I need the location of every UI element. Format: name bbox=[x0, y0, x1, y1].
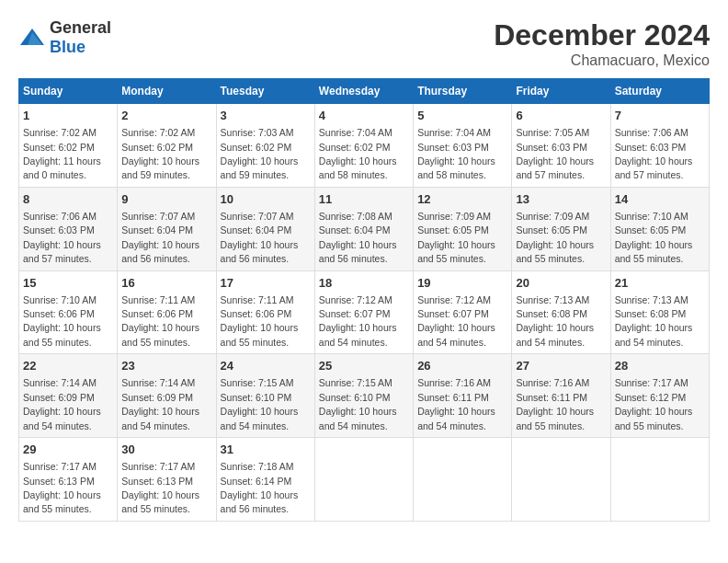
day-number: 20 bbox=[516, 275, 606, 292]
header-day-tuesday: Tuesday bbox=[216, 79, 314, 104]
logo: General Blue bbox=[18, 18, 111, 57]
day-number: 27 bbox=[516, 358, 606, 374]
header-day-thursday: Thursday bbox=[414, 79, 512, 104]
header-day-saturday: Saturday bbox=[610, 79, 709, 104]
day-info: Sunrise: 7:02 AM Sunset: 6:02 PM Dayligh… bbox=[23, 127, 101, 180]
day-info: Sunrise: 7:09 AM Sunset: 6:05 PM Dayligh… bbox=[516, 211, 594, 264]
day-info: Sunrise: 7:07 AM Sunset: 6:04 PM Dayligh… bbox=[221, 211, 299, 264]
day-info: Sunrise: 7:07 AM Sunset: 6:04 PM Dayligh… bbox=[121, 211, 199, 264]
day-cell: 1Sunrise: 7:02 AM Sunset: 6:02 PM Daylig… bbox=[19, 104, 118, 188]
calendar-title: December 2024 bbox=[494, 18, 710, 52]
week-row-5: 29Sunrise: 7:17 AM Sunset: 6:13 PM Dayli… bbox=[19, 438, 710, 522]
day-number: 10 bbox=[221, 191, 311, 208]
day-cell: 31Sunrise: 7:18 AM Sunset: 6:14 PM Dayli… bbox=[216, 438, 314, 522]
day-number: 5 bbox=[417, 108, 507, 124]
day-info: Sunrise: 7:09 AM Sunset: 6:05 PM Dayligh… bbox=[417, 211, 495, 264]
day-number: 22 bbox=[23, 358, 113, 374]
day-number: 2 bbox=[121, 108, 211, 124]
day-info: Sunrise: 7:18 AM Sunset: 6:14 PM Dayligh… bbox=[221, 461, 299, 514]
day-cell: 12Sunrise: 7:09 AM Sunset: 6:05 PM Dayli… bbox=[414, 187, 512, 270]
day-cell bbox=[414, 438, 512, 522]
day-number: 30 bbox=[121, 442, 211, 458]
day-cell: 25Sunrise: 7:15 AM Sunset: 6:10 PM Dayli… bbox=[314, 354, 413, 438]
day-cell: 16Sunrise: 7:11 AM Sunset: 6:06 PM Dayli… bbox=[118, 270, 216, 354]
day-info: Sunrise: 7:12 AM Sunset: 6:07 PM Dayligh… bbox=[319, 294, 397, 348]
day-number: 6 bbox=[516, 108, 606, 124]
day-info: Sunrise: 7:15 AM Sunset: 6:10 PM Dayligh… bbox=[221, 377, 299, 431]
calendar-subtitle: Chamacuaro, Mexico bbox=[494, 52, 710, 69]
day-cell: 5Sunrise: 7:04 AM Sunset: 6:03 PM Daylig… bbox=[414, 104, 512, 188]
day-info: Sunrise: 7:04 AM Sunset: 6:03 PM Dayligh… bbox=[417, 127, 495, 180]
day-info: Sunrise: 7:06 AM Sunset: 6:03 PM Dayligh… bbox=[615, 127, 693, 180]
day-info: Sunrise: 7:11 AM Sunset: 6:06 PM Dayligh… bbox=[121, 294, 199, 348]
day-cell: 18Sunrise: 7:12 AM Sunset: 6:07 PM Dayli… bbox=[314, 270, 413, 354]
day-number: 25 bbox=[319, 358, 409, 374]
day-cell: 14Sunrise: 7:10 AM Sunset: 6:05 PM Dayli… bbox=[610, 187, 709, 270]
day-info: Sunrise: 7:16 AM Sunset: 6:11 PM Dayligh… bbox=[516, 377, 594, 431]
day-number: 29 bbox=[23, 442, 113, 458]
day-info: Sunrise: 7:15 AM Sunset: 6:10 PM Dayligh… bbox=[319, 377, 397, 431]
day-cell: 24Sunrise: 7:15 AM Sunset: 6:10 PM Dayli… bbox=[216, 354, 314, 438]
day-info: Sunrise: 7:13 AM Sunset: 6:08 PM Dayligh… bbox=[516, 294, 594, 348]
day-cell: 27Sunrise: 7:16 AM Sunset: 6:11 PM Dayli… bbox=[512, 354, 610, 438]
day-cell: 8Sunrise: 7:06 AM Sunset: 6:03 PM Daylig… bbox=[19, 187, 118, 270]
day-cell: 11Sunrise: 7:08 AM Sunset: 6:04 PM Dayli… bbox=[314, 187, 413, 270]
day-cell: 26Sunrise: 7:16 AM Sunset: 6:11 PM Dayli… bbox=[414, 354, 512, 438]
logo-general: General bbox=[50, 18, 111, 37]
day-cell: 9Sunrise: 7:07 AM Sunset: 6:04 PM Daylig… bbox=[118, 187, 216, 270]
day-number: 15 bbox=[23, 275, 113, 292]
day-number: 24 bbox=[221, 358, 311, 374]
day-info: Sunrise: 7:02 AM Sunset: 6:02 PM Dayligh… bbox=[121, 127, 199, 180]
day-number: 4 bbox=[319, 108, 409, 124]
day-number: 11 bbox=[319, 191, 409, 208]
day-cell bbox=[314, 438, 413, 522]
calendar-header: SundayMondayTuesdayWednesdayThursdayFrid… bbox=[19, 79, 710, 104]
day-number: 1 bbox=[23, 108, 113, 124]
day-cell: 28Sunrise: 7:17 AM Sunset: 6:12 PM Dayli… bbox=[610, 354, 709, 438]
day-number: 7 bbox=[615, 108, 705, 124]
header-day-sunday: Sunday bbox=[19, 79, 118, 104]
day-cell bbox=[512, 438, 610, 522]
day-cell: 17Sunrise: 7:11 AM Sunset: 6:06 PM Dayli… bbox=[216, 270, 314, 354]
day-cell: 22Sunrise: 7:14 AM Sunset: 6:09 PM Dayli… bbox=[19, 354, 118, 438]
day-info: Sunrise: 7:17 AM Sunset: 6:12 PM Dayligh… bbox=[615, 377, 693, 431]
day-cell: 15Sunrise: 7:10 AM Sunset: 6:06 PM Dayli… bbox=[19, 270, 118, 354]
calendar-body: 1Sunrise: 7:02 AM Sunset: 6:02 PM Daylig… bbox=[19, 104, 710, 522]
header-row: SundayMondayTuesdayWednesdayThursdayFrid… bbox=[19, 79, 710, 104]
logo-icon bbox=[18, 27, 46, 49]
day-info: Sunrise: 7:06 AM Sunset: 6:03 PM Dayligh… bbox=[23, 211, 101, 264]
day-info: Sunrise: 7:08 AM Sunset: 6:04 PM Dayligh… bbox=[319, 211, 397, 264]
header-day-monday: Monday bbox=[118, 79, 216, 104]
day-cell: 23Sunrise: 7:14 AM Sunset: 6:09 PM Dayli… bbox=[118, 354, 216, 438]
day-info: Sunrise: 7:16 AM Sunset: 6:11 PM Dayligh… bbox=[417, 377, 495, 431]
day-info: Sunrise: 7:14 AM Sunset: 6:09 PM Dayligh… bbox=[121, 377, 199, 431]
page-header: General Blue December 2024 Chamacuaro, M… bbox=[18, 18, 710, 69]
week-row-1: 1Sunrise: 7:02 AM Sunset: 6:02 PM Daylig… bbox=[19, 104, 710, 188]
day-cell: 7Sunrise: 7:06 AM Sunset: 6:03 PM Daylig… bbox=[610, 104, 709, 188]
week-row-2: 8Sunrise: 7:06 AM Sunset: 6:03 PM Daylig… bbox=[19, 187, 710, 270]
day-info: Sunrise: 7:11 AM Sunset: 6:06 PM Dayligh… bbox=[221, 294, 299, 348]
day-number: 18 bbox=[319, 275, 409, 292]
day-info: Sunrise: 7:17 AM Sunset: 6:13 PM Dayligh… bbox=[23, 461, 101, 514]
day-cell: 4Sunrise: 7:04 AM Sunset: 6:02 PM Daylig… bbox=[314, 104, 413, 188]
calendar-table: SundayMondayTuesdayWednesdayThursdayFrid… bbox=[18, 78, 710, 522]
day-cell: 21Sunrise: 7:13 AM Sunset: 6:08 PM Dayli… bbox=[610, 270, 709, 354]
day-number: 31 bbox=[221, 442, 311, 458]
day-cell: 13Sunrise: 7:09 AM Sunset: 6:05 PM Dayli… bbox=[512, 187, 610, 270]
day-number: 14 bbox=[615, 191, 705, 208]
day-number: 26 bbox=[417, 358, 507, 374]
title-section: December 2024 Chamacuaro, Mexico bbox=[494, 18, 710, 69]
header-day-wednesday: Wednesday bbox=[314, 79, 413, 104]
day-number: 13 bbox=[516, 191, 606, 208]
day-number: 17 bbox=[221, 275, 311, 292]
day-number: 3 bbox=[221, 108, 311, 124]
day-info: Sunrise: 7:10 AM Sunset: 6:05 PM Dayligh… bbox=[615, 211, 693, 264]
day-cell: 29Sunrise: 7:17 AM Sunset: 6:13 PM Dayli… bbox=[19, 438, 118, 522]
day-cell: 10Sunrise: 7:07 AM Sunset: 6:04 PM Dayli… bbox=[216, 187, 314, 270]
day-number: 8 bbox=[23, 191, 113, 208]
week-row-3: 15Sunrise: 7:10 AM Sunset: 6:06 PM Dayli… bbox=[19, 270, 710, 354]
day-number: 21 bbox=[615, 275, 705, 292]
logo-blue: Blue bbox=[50, 38, 85, 56]
day-info: Sunrise: 7:12 AM Sunset: 6:07 PM Dayligh… bbox=[417, 294, 495, 348]
logo-text: General Blue bbox=[50, 18, 111, 57]
